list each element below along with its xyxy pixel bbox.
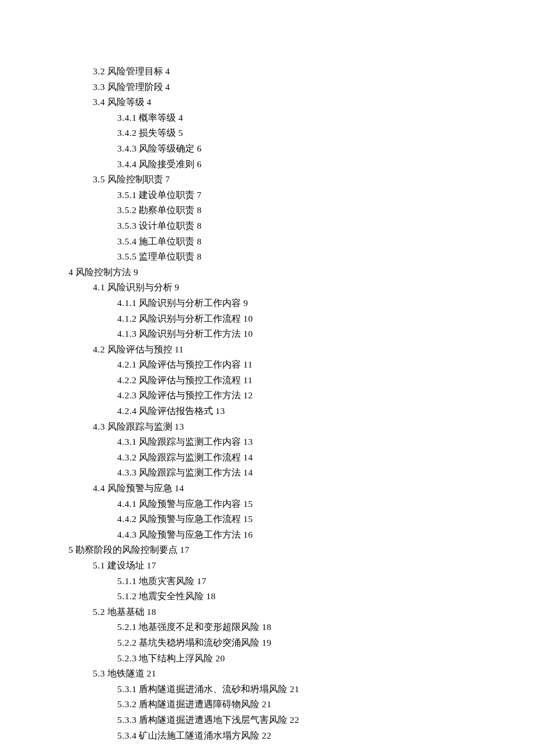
toc-entry-page: 8 — [197, 236, 201, 246]
toc-entry-title: 风险预警与应急工作方法 — [139, 530, 241, 539]
toc-entry-number: 5 — [68, 545, 73, 555]
toc-entry-page: 9 — [175, 282, 179, 292]
toc-entry-page: 18 — [206, 591, 216, 601]
toc-entry-page: 18 — [147, 607, 157, 617]
toc-entry: 3.5.1 建设单位职责 7 — [68, 188, 476, 203]
toc-entry-number: 4.4.3 — [117, 530, 137, 539]
toc-entry: 4.2 风险评估与预控 11 — [68, 342, 476, 358]
toc-entry-page: 4 — [165, 82, 170, 92]
toc-entry-number: 4.3 — [93, 422, 105, 431]
toc-entry-number: 3.5.3 — [117, 221, 137, 231]
toc-entry-number: 3.4.4 — [117, 159, 137, 169]
toc-entry-number: 5.2.3 — [117, 653, 137, 663]
toc-entry-number: 5.1 — [93, 560, 105, 570]
toc-entry-title: 风险识别与分析工作流程 — [139, 314, 241, 323]
toc-entry-number: 4.2 — [93, 344, 105, 354]
toc-entry-title: 风险接受准则 — [139, 159, 194, 169]
toc-entry: 5.1 建设场址 17 — [68, 558, 476, 574]
toc-entry-page: 17 — [147, 560, 157, 570]
toc-entry: 3.5.5 监理单位职责 8 — [68, 249, 476, 265]
toc-entry-page: 15 — [243, 499, 253, 509]
toc-entry-number: 3.5.1 — [117, 190, 137, 200]
toc-entry-page: 5 — [178, 128, 183, 138]
toc-entry-page: 11 — [175, 344, 184, 354]
toc-entry-number: 4.3.3 — [117, 467, 137, 477]
toc-entry-number: 5.1.1 — [117, 576, 137, 586]
toc-entry-page: 6 — [197, 159, 201, 169]
toc-entry-number: 4.1 — [93, 282, 105, 292]
toc-entry: 4.2.1 风险评估与预控工作内容 11 — [68, 357, 476, 373]
toc-entry-page: 14 — [243, 452, 253, 462]
toc-entry-page: 21 — [262, 699, 272, 709]
toc-entry: 4 风险控制方法 9 — [68, 265, 476, 280]
toc-entry: 5.3.3 盾构隧道掘进遭遇地下浅层气害风险 22 — [68, 712, 476, 728]
toc-entry: 5.2.3 地下结构上浮风险 20 — [68, 651, 476, 667]
toc-entry-page: 8 — [197, 205, 201, 215]
toc-entry-title: 风险识别与分析工作内容 — [139, 298, 241, 308]
toc-entry-number: 4.3.2 — [117, 452, 137, 462]
toc-entry-page: 12 — [243, 390, 253, 400]
toc-entry-page: 11 — [243, 359, 252, 369]
toc-entry: 4.2.2 风险评估与预控工作流程 11 — [68, 373, 476, 388]
toc-page: 3.2 风险管理目标 43.3 风险管理阶段 43.4 风险等级 43.4.1 … — [0, 0, 534, 743]
toc-entry-page: 21 — [290, 684, 300, 694]
toc-entry-number: 5.2.2 — [117, 638, 137, 647]
toc-entry-title: 盾构隧道掘进遭遇障碍物风险 — [139, 699, 259, 709]
toc-entry-page: 22 — [290, 715, 300, 725]
toc-entry-title: 风险评估与预控 — [107, 344, 172, 354]
toc-entry-number: 4.4 — [93, 483, 105, 493]
toc-entry-page: 10 — [243, 314, 253, 323]
toc-entry-title: 风险评估与预控工作内容 — [139, 359, 241, 369]
toc-entry-number: 3.3 — [93, 82, 105, 92]
toc-entry-number: 4.4.2 — [117, 514, 137, 524]
toc-entry-title: 风险预警与应急工作内容 — [139, 499, 241, 509]
toc-entry-number: 5.3 — [93, 668, 105, 678]
toc-entry: 3.5 风险控制职责 7 — [68, 172, 476, 188]
toc-entry-page: 4 — [178, 113, 183, 123]
toc-entry: 4.4.3 风险预警与应急工作方法 16 — [68, 527, 476, 543]
toc-entry-number: 5.3.3 — [117, 715, 137, 725]
toc-entry: 5.3.4 矿山法施工隧道涌水塌方风险 22 — [68, 728, 476, 744]
toc-entry: 5.2.2 基坑失稳坍塌和流砂突涌风险 19 — [68, 635, 476, 651]
toc-entry-title: 风险识别与分析工作方法 — [139, 329, 241, 339]
toc-entry-title: 风险跟踪与监测工作流程 — [139, 452, 241, 462]
toc-entry-number: 5.3.1 — [117, 684, 137, 694]
toc-entry-title: 风险预警与应急 — [107, 483, 172, 493]
toc-entry-number: 3.4 — [93, 97, 105, 107]
toc-entry-page: 6 — [197, 143, 201, 153]
toc-entry: 5.2.1 地基强度不足和变形超限风险 18 — [68, 620, 476, 635]
toc-entry-title: 盾构隧道掘进遭遇地下浅层气害风险 — [139, 715, 287, 725]
toc-entry: 3.5.3 设计单位职责 8 — [68, 218, 476, 234]
toc-entry: 5.3 地铁隧道 21 — [68, 666, 476, 682]
toc-entry-number: 4.3.1 — [117, 437, 137, 447]
toc-entry-number: 3.4.2 — [117, 128, 137, 138]
toc-entry-title: 地质灾害风险 — [139, 576, 194, 586]
toc-entry-title: 勘察单位职责 — [139, 205, 194, 215]
toc-entry-page: 13 — [175, 422, 185, 431]
toc-entry: 4.1.3 风险识别与分析工作方法 10 — [68, 326, 476, 342]
toc-entry-number: 4.1.2 — [117, 314, 137, 323]
toc-entry-page: 8 — [197, 251, 201, 261]
toc-entry-number: 3.5.4 — [117, 236, 137, 246]
toc-entry-title: 风险预警与应急工作流程 — [139, 514, 241, 524]
toc-entry: 4.1.1 风险识别与分析工作内容 9 — [68, 296, 476, 311]
toc-entry-page: 9 — [134, 267, 138, 277]
toc-entry-page: 13 — [243, 437, 253, 447]
toc-entry-page: 15 — [243, 514, 253, 524]
toc-entry-number: 3.5.5 — [117, 251, 137, 261]
toc-entry-page: 7 — [197, 190, 201, 200]
toc-entry-title: 建设场址 — [107, 560, 145, 570]
toc-entry-title: 风险跟踪与监测 — [107, 422, 172, 431]
toc-entry: 3.4 风险等级 4 — [68, 95, 476, 110]
toc-entry-title: 概率等级 — [139, 113, 176, 123]
toc-entry-number: 4.1.3 — [117, 329, 137, 339]
toc-entry-number: 3.4.3 — [117, 143, 137, 153]
toc-entry-number: 4.4.1 — [117, 499, 137, 509]
toc-entry-number: 4 — [68, 267, 73, 277]
toc-entry-title: 基坑失稳坍塌和流砂突涌风险 — [139, 638, 259, 647]
toc-entry-number: 5.2 — [93, 607, 105, 617]
toc-entry-title: 勘察阶段的风险控制要点 — [75, 545, 178, 555]
toc-entry-number: 3.2 — [93, 66, 105, 76]
toc-entry: 3.5.2 勘察单位职责 8 — [68, 203, 476, 218]
toc-entry-title: 风险管理阶段 — [107, 82, 163, 92]
